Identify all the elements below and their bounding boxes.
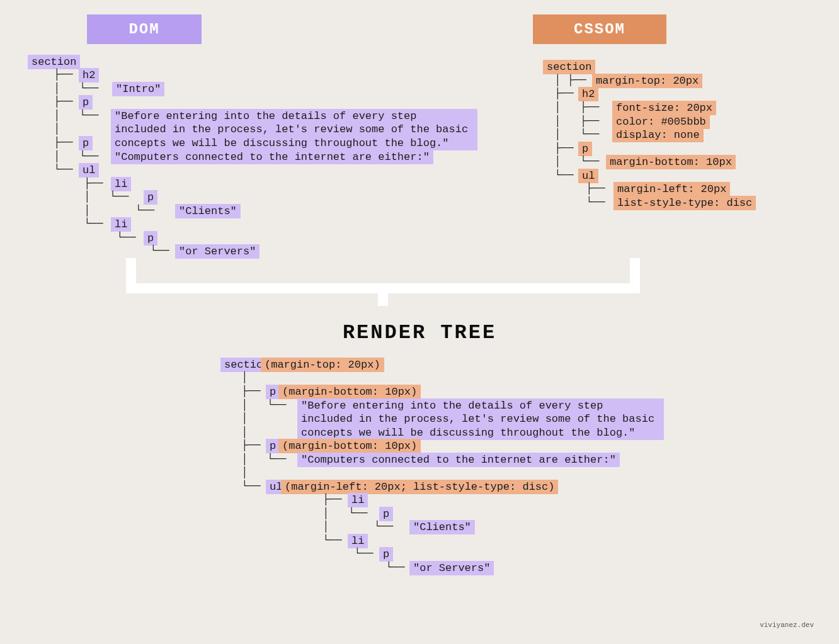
tree-connector: │ └── (54, 109, 98, 122)
render-li2-text: "or Servers" (409, 561, 494, 575)
cssom-h2: h2 (578, 87, 598, 101)
render-p1: p (266, 385, 280, 399)
tree-connector: │ └── (241, 398, 286, 412)
cssom-p: p (578, 142, 592, 156)
cssom-ul: ul (578, 169, 598, 183)
tree-connector: └── (385, 561, 405, 574)
dom-li2-text: "or Servers" (175, 244, 260, 259)
render-p1-text: "Before entering into the details of eve… (297, 398, 664, 440)
dom-p1: p (79, 95, 93, 110)
dom-p2-text: "Computers connected to the internet are… (111, 150, 433, 164)
tree-connector: │ (241, 466, 248, 479)
dom-li1-text: "Clients" (175, 204, 241, 218)
render-li1-p: p (379, 507, 393, 521)
cssom-h2-r3: display: none (612, 128, 704, 142)
tree-connector: │ ├── (554, 115, 599, 128)
tree-connector: ├── (54, 136, 73, 149)
tree-connector: │ └── (54, 150, 98, 163)
tree-connector: │ └── (84, 204, 154, 217)
tree-connector: ├── (241, 439, 261, 452)
dom-section: section (28, 55, 80, 69)
tree-connector: └── (586, 196, 605, 209)
tree-connector: └── (150, 244, 169, 257)
tree-connector: ├── (554, 87, 574, 100)
render-li1: li (348, 493, 368, 507)
tree-connector: │ └── (322, 507, 367, 520)
cssom-ul-r2: list-style-type: disc (614, 196, 756, 210)
dom-p1-text: "Before entering into the details of eve… (111, 109, 477, 150)
cssom-section: section (543, 60, 595, 74)
tree-connector: └── (84, 217, 103, 230)
cssom-section-rule: margin-top: 20px (592, 74, 702, 88)
dom-li1: li (111, 177, 131, 191)
tree-connector: │ └── (241, 453, 286, 466)
watermark: viviyanez.dev (760, 621, 814, 629)
tree-connector: ├── (586, 182, 605, 195)
tree-connector: ├── (322, 493, 342, 506)
dom-li2-p: p (144, 231, 157, 246)
render-li1-text: "Clients" (409, 520, 475, 534)
tree-connector: │ (241, 412, 248, 425)
dom-h2: h2 (79, 68, 99, 82)
render-ul-rule: (margin-left: 20px; list-style-type: dis… (281, 480, 558, 494)
tree-connector: │ └── (554, 128, 599, 141)
cssom-h2-r1: font-size: 20px (612, 101, 716, 115)
tree-connector: │ ├── (554, 74, 586, 87)
tree-connector: │ (241, 426, 248, 439)
tree-connector: ├── (54, 68, 73, 81)
tree-connector: │ └── (554, 155, 599, 168)
cssom-p-rule: margin-bottom: 10px (606, 155, 736, 169)
tree-connector: ├── (241, 385, 261, 398)
render-p1-rule: (margin-bottom: 10px) (278, 385, 421, 399)
dom-li2: li (111, 217, 131, 232)
tree-connector: │ ├── (554, 101, 599, 114)
tree-connector: └── (322, 534, 342, 547)
cssom-header: CSSOM (533, 14, 666, 44)
dom-header: DOM (87, 14, 202, 44)
dom-h2-text: "Intro" (112, 82, 164, 96)
dom-li1-p: p (144, 190, 157, 205)
tree-connector: │ └── (84, 190, 128, 203)
render-section-rule: (margin-top: 20px) (261, 358, 384, 372)
tree-connector: ├── (84, 177, 103, 190)
tree-connector: └── (554, 169, 574, 182)
render-li2: li (348, 534, 368, 548)
tree-connector: ├── (54, 95, 73, 108)
render-li2-p: p (379, 547, 393, 562)
tree-connector: └── (354, 547, 374, 560)
tree-connector: └── (241, 480, 261, 493)
render-p2: p (266, 439, 280, 453)
tree-connector: ├── (554, 142, 574, 155)
render-p2-rule: (margin-bottom: 10px) (278, 439, 421, 453)
tree-connector: │ └── (54, 82, 98, 95)
tree-connector: │ (54, 122, 60, 135)
tree-connector: └── (54, 163, 73, 176)
join-bracket (378, 283, 388, 306)
cssom-ul-r1: margin-left: 20px (614, 182, 730, 196)
tree-connector: └── (117, 231, 136, 244)
tree-connector: │ └── (322, 520, 393, 533)
render-p2-text: "Computers connected to the internet are… (297, 453, 620, 467)
render-tree-header: RENDER TREE (0, 321, 839, 344)
cssom-h2-r2: color: #005bbb (612, 115, 710, 129)
dom-p2: p (79, 136, 93, 150)
dom-ul: ul (79, 163, 99, 178)
tree-connector: │ (241, 371, 248, 384)
